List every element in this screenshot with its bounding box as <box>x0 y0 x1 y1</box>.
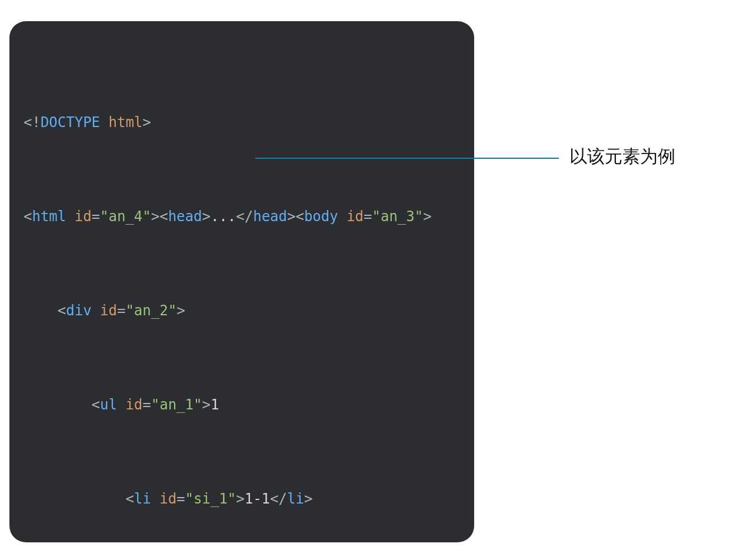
doctype-line: <!DOCTYPE html> <box>24 113 462 132</box>
code-block: <!DOCTYPE html> <html id="an_4"><head>..… <box>9 21 474 542</box>
div-an2-line: <div id="an_2"> <box>24 301 462 320</box>
ul-an1-line: <ul id="an_1">1 <box>24 395 462 414</box>
annotation-leader-line <box>255 158 559 159</box>
annotation-label: 以该元素为例 <box>569 145 675 169</box>
li-si1-line: <li id="si_1">1-1</li> <box>24 489 462 508</box>
html-open-line: <html id="an_4"><head>...</head><body id… <box>24 207 462 226</box>
